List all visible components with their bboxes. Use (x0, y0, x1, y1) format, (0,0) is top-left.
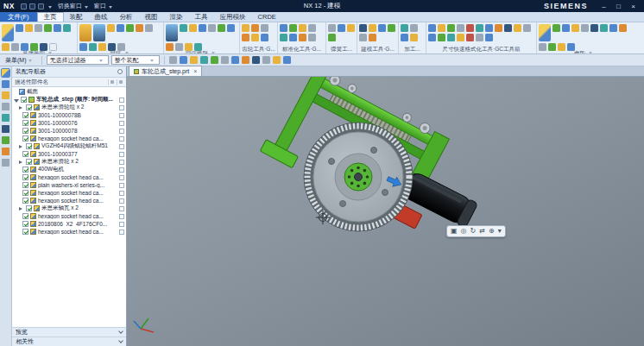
tree-item[interactable]: hexagon socket head ca... (12, 135, 126, 142)
ribbon-icon[interactable] (117, 43, 125, 51)
ribbon-icon[interactable] (89, 43, 97, 51)
checkbox-empty[interactable] (119, 191, 124, 196)
ribbon-icon[interactable] (476, 34, 483, 41)
more-icon[interactable]: ▾ (498, 228, 502, 235)
spring-icon[interactable] (328, 24, 336, 32)
tree-item[interactable]: 3001-10000078B (12, 111, 126, 119)
tab-close-icon[interactable]: × (193, 68, 197, 74)
ribbon-icon[interactable] (299, 24, 306, 32)
checkbox-empty[interactable] (119, 198, 124, 204)
add-component-icon[interactable] (539, 24, 551, 41)
checkbox-checked-icon[interactable] (22, 190, 28, 196)
window-menu-button[interactable]: 窗口 (94, 2, 106, 10)
tab-view[interactable]: 视图 (139, 12, 164, 22)
ribbon-icon[interactable] (289, 34, 297, 41)
tree-item[interactable]: hexagon socket head ca... (12, 173, 126, 181)
ribbon-icon[interactable] (562, 24, 570, 32)
checkbox-empty[interactable] (119, 230, 124, 235)
tree-item-root[interactable]: 车轮总成_step (顺序: 时间顺... (12, 96, 126, 104)
checkbox-checked-icon[interactable] (22, 182, 28, 188)
checkbox-checked-icon[interactable] (26, 205, 32, 211)
ribbon-icon[interactable] (523, 24, 531, 32)
checkbox-empty[interactable] (119, 183, 124, 188)
ribbon-icon[interactable] (251, 24, 259, 32)
ribbon-icon[interactable] (438, 34, 445, 41)
pan-view-icon[interactable]: ⇄ (479, 228, 485, 235)
extrude-icon[interactable] (79, 24, 92, 41)
checkbox-empty[interactable] (119, 175, 124, 180)
redo-icon[interactable] (38, 3, 44, 9)
checkbox-checked-icon[interactable] (22, 112, 28, 118)
process-studio-icon[interactable] (2, 148, 9, 155)
checkbox-checked-icon[interactable] (22, 174, 28, 180)
ribbon-icon[interactable] (2, 43, 9, 51)
ribbon-icon[interactable] (447, 34, 455, 41)
ribbon-icon[interactable] (539, 43, 546, 51)
ribbon-icon[interactable] (457, 34, 464, 41)
part-tab[interactable]: 车轮总成_step.prt × (129, 66, 202, 76)
tree-item[interactable]: hexagon socket head ca... (12, 228, 126, 236)
ribbon-icon[interactable] (185, 43, 193, 51)
ribbon-icon[interactable] (485, 34, 493, 41)
checkbox-checked-icon[interactable] (22, 151, 28, 157)
ribbon-icon[interactable] (280, 24, 287, 32)
checkbox-empty[interactable] (119, 222, 124, 227)
tree-item[interactable]: 米思米轴瓦 x 2 (12, 204, 126, 212)
ribbon-icon[interactable] (126, 24, 134, 32)
ribbon-icon[interactable] (44, 24, 52, 32)
ribbon-icon[interactable] (401, 34, 408, 41)
checkbox-empty[interactable] (119, 167, 124, 173)
ribbon-icon[interactable] (261, 34, 268, 41)
expand-icon[interactable] (19, 160, 24, 164)
checkbox-checked-icon[interactable] (21, 97, 27, 103)
orient-view-icon[interactable]: ◎ (461, 228, 467, 235)
ribbon-icon[interactable] (466, 24, 474, 32)
checkbox-checked-icon[interactable] (22, 120, 28, 126)
ribbon-icon[interactable] (35, 24, 42, 32)
close-button[interactable]: × (626, 0, 641, 12)
navigator-column-header[interactable]: 描述性部件名 (12, 78, 126, 87)
ribbon-icon[interactable] (558, 43, 565, 51)
constraint-navigator-icon[interactable] (2, 80, 9, 88)
save-icon[interactable] (21, 3, 27, 9)
ribbon-icon[interactable] (447, 24, 455, 32)
toolbar-icon[interactable] (200, 56, 208, 64)
tree-item[interactable]: 20180806_X2_4F176CF0... (12, 220, 126, 228)
ribbon-icon[interactable] (609, 24, 617, 32)
hd3d-tools-icon[interactable] (2, 114, 9, 122)
dependencies-section-bar[interactable]: 相关性 (12, 337, 126, 346)
tree-item-section[interactable]: 截面 (12, 88, 126, 96)
select-icon[interactable] (180, 56, 187, 64)
ribbon-icon[interactable] (108, 43, 116, 51)
ribbon-icon[interactable] (457, 24, 464, 32)
checkbox-checked-icon[interactable] (22, 198, 28, 204)
ribbon-icon[interactable] (251, 34, 259, 41)
group-dialog-icon[interactable] (212, 52, 215, 53)
toolbar-icon[interactable] (283, 56, 291, 64)
3d-model[interactable] (127, 77, 644, 346)
checkbox-empty[interactable] (119, 98, 124, 103)
tree-item[interactable]: 3001-10000076 (12, 119, 126, 127)
ribbon-icon[interactable] (175, 43, 183, 51)
ribbon-icon[interactable] (218, 24, 225, 32)
switch-window-caret-icon[interactable] (85, 6, 88, 10)
ribbon-icon[interactable] (308, 34, 316, 41)
selection-scope-combo[interactable]: 整个装配 (111, 55, 160, 65)
roles-icon[interactable] (2, 159, 9, 167)
ribbon-icon[interactable] (369, 24, 376, 32)
switch-window-button[interactable]: 切换窗口 (58, 2, 82, 10)
ribbon-icon[interactable] (145, 24, 153, 32)
ribbon-icon[interactable] (11, 43, 19, 51)
ribbon-icon[interactable] (378, 24, 386, 32)
tab-render[interactable]: 渲染 (164, 12, 189, 22)
gear-icon[interactable] (242, 24, 249, 32)
checkbox-checked-icon[interactable] (26, 104, 32, 110)
zoom-view-icon[interactable]: ⊕ (489, 228, 495, 235)
tab-home[interactable]: 主页 (37, 12, 64, 22)
checkbox-empty[interactable] (119, 129, 124, 134)
window-menu-caret-icon[interactable] (109, 6, 112, 10)
selection-filter-combo[interactable]: 无选择过滤器 (47, 55, 109, 65)
checkbox-empty[interactable] (119, 136, 124, 142)
ribbon-icon[interactable] (504, 24, 512, 32)
maximize-button[interactable]: □ (611, 0, 626, 12)
